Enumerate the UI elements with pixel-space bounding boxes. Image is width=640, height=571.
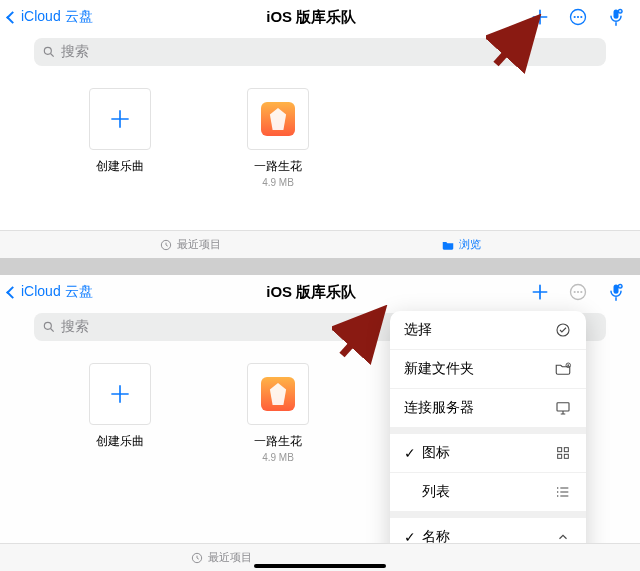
panel-after: iCloud 云盘 iOS 版库乐队 搜索 创建乐曲: [0, 275, 640, 571]
svg-point-1: [574, 16, 576, 18]
panel-before: iCloud 云盘 iOS 版库乐队 搜索 创建乐曲: [0, 0, 640, 258]
navbar: iCloud 云盘 iOS 版库乐队: [0, 275, 640, 309]
navbar-actions: [530, 282, 626, 302]
mic-icon: [606, 282, 626, 302]
menu-connect-server[interactable]: 连接服务器: [390, 389, 586, 428]
home-indicator: [254, 564, 386, 568]
create-song-tile[interactable]: 创建乐曲: [70, 88, 170, 188]
tab-label: 浏览: [459, 237, 481, 252]
clock-icon: [159, 238, 173, 252]
back-button[interactable]: iCloud 云盘: [8, 8, 93, 26]
dictate-button[interactable]: [606, 282, 626, 302]
svg-rect-21: [557, 403, 569, 411]
menu-label: 连接服务器: [404, 399, 474, 417]
more-button[interactable]: [568, 7, 588, 27]
svg-point-3: [580, 16, 582, 18]
clock-icon: [190, 551, 204, 565]
svg-point-16: [44, 322, 51, 329]
context-menu: 选择 新建文件夹 连接服务器 ✓图标 ✓列表 ✓名称 ✓日期: [390, 311, 586, 571]
song-file-tile[interactable]: 一路生花 4.9 MB: [228, 88, 328, 188]
svg-point-27: [557, 491, 559, 493]
menu-label: 图标: [422, 444, 450, 462]
ellipsis-circle-icon: [568, 282, 588, 302]
add-button[interactable]: [530, 282, 550, 302]
search-placeholder: 搜索: [61, 43, 89, 61]
menu-view-icons[interactable]: ✓图标: [390, 434, 586, 473]
svg-rect-22: [558, 448, 562, 452]
search-placeholder: 搜索: [61, 318, 89, 336]
mic-icon: [606, 7, 626, 27]
page-title: iOS 版库乐队: [93, 283, 530, 302]
tile-label: 创建乐曲: [70, 433, 170, 450]
folder-plus-icon: [554, 360, 572, 378]
svg-rect-25: [564, 454, 568, 458]
plus-icon: [530, 282, 550, 302]
svg-rect-24: [558, 454, 562, 458]
search-container: 搜索: [0, 34, 640, 70]
folder-icon: [441, 238, 455, 252]
song-file-tile[interactable]: 一路生花 4.9 MB: [228, 363, 328, 463]
more-button[interactable]: [568, 282, 588, 302]
tile-size: 4.9 MB: [228, 452, 328, 463]
garageband-icon: [261, 377, 295, 411]
menu-label: 新建文件夹: [404, 360, 474, 378]
garageband-icon: [261, 102, 295, 136]
back-label: iCloud 云盘: [21, 8, 93, 26]
menu-label: 列表: [422, 483, 450, 501]
svg-line-17: [51, 329, 54, 332]
search-icon: [42, 45, 56, 59]
plus-icon: [107, 106, 133, 132]
search-icon: [42, 320, 56, 334]
menu-select[interactable]: 选择: [390, 311, 586, 350]
file-thumb: [247, 88, 309, 150]
checkmark-circle-icon: [554, 321, 572, 339]
tab-browse[interactable]: 浏览: [441, 237, 481, 252]
tab-bar: 最近项目 浏览: [0, 230, 640, 258]
plus-icon: [107, 381, 133, 407]
menu-new-folder[interactable]: 新建文件夹: [390, 350, 586, 389]
menu-label: 选择: [404, 321, 432, 339]
plus-icon: [530, 7, 550, 27]
back-label: iCloud 云盘: [21, 283, 93, 301]
check-icon: ✓: [404, 445, 416, 461]
add-button[interactable]: [530, 7, 550, 27]
svg-point-11: [574, 291, 576, 293]
navbar: iCloud 云盘 iOS 版库乐队: [0, 0, 640, 34]
tab-label: 最近项目: [208, 550, 252, 565]
tile-label: 一路生花: [228, 433, 328, 450]
file-thumb: [247, 363, 309, 425]
create-song-tile[interactable]: 创建乐曲: [70, 363, 170, 463]
svg-point-28: [557, 495, 559, 497]
list-icon: [554, 483, 572, 501]
svg-point-12: [577, 291, 579, 293]
tile-size: 4.9 MB: [228, 177, 328, 188]
tab-label: 最近项目: [177, 237, 221, 252]
chevron-left-icon: [6, 286, 19, 299]
svg-point-26: [557, 487, 559, 489]
panel-separator: [0, 258, 640, 275]
chevron-left-icon: [6, 11, 19, 24]
search-input[interactable]: 搜索: [34, 38, 606, 66]
svg-rect-23: [564, 448, 568, 452]
navbar-actions: [530, 7, 626, 27]
dictate-button[interactable]: [606, 7, 626, 27]
file-grid: 创建乐曲 一路生花 4.9 MB: [0, 70, 640, 188]
back-button[interactable]: iCloud 云盘: [8, 283, 93, 301]
menu-view-list[interactable]: ✓列表: [390, 473, 586, 512]
page-title: iOS 版库乐队: [93, 8, 530, 27]
svg-point-6: [44, 47, 51, 54]
svg-point-2: [577, 16, 579, 18]
create-thumb: [89, 88, 151, 150]
ellipsis-circle-icon: [568, 7, 588, 27]
tab-recent[interactable]: 最近项目: [190, 550, 252, 565]
tile-label: 一路生花: [228, 158, 328, 175]
tile-label: 创建乐曲: [70, 158, 170, 175]
display-icon: [554, 399, 572, 417]
tab-recent[interactable]: 最近项目: [159, 237, 221, 252]
create-thumb: [89, 363, 151, 425]
grid-icon: [554, 444, 572, 462]
svg-line-7: [51, 54, 54, 57]
svg-point-13: [580, 291, 582, 293]
